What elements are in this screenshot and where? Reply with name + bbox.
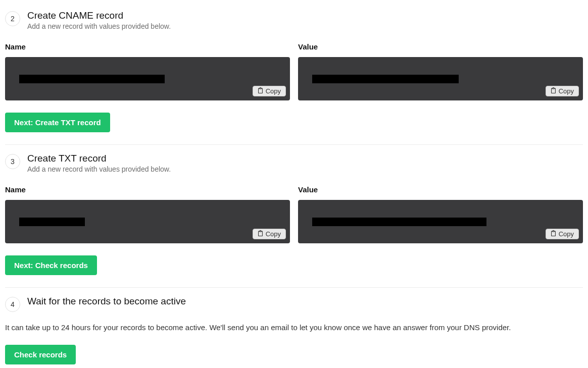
next-check-records-button[interactable]: Next: Check records xyxy=(5,255,97,275)
step-3-header: 3 Create TXT record Add a new record wit… xyxy=(5,153,583,173)
step-4-header: 4 Wait for the records to become active xyxy=(5,296,583,312)
step-2-value-copy-button[interactable]: Copy xyxy=(546,86,579,96)
copy-button-label: Copy xyxy=(559,230,574,238)
divider xyxy=(5,287,583,288)
step-2-number-badge: 2 xyxy=(5,11,20,26)
step-2-value-value-block: Copy xyxy=(298,57,583,100)
divider xyxy=(5,144,583,145)
step-2-header: 2 Create CNAME record Add a new record w… xyxy=(5,10,583,30)
step-2-name-copy-button[interactable]: Copy xyxy=(253,86,286,96)
step-3-number-badge: 3 xyxy=(5,154,20,169)
copy-button-label: Copy xyxy=(266,87,281,95)
copy-button-label: Copy xyxy=(559,87,574,95)
step-3-value-copy-button[interactable]: Copy xyxy=(546,229,579,239)
step-3-value-value-redacted xyxy=(312,218,486,226)
step-3-name-value-block: Copy xyxy=(5,200,290,243)
next-create-txt-record-button[interactable]: Next: Create TXT record xyxy=(5,113,110,132)
copy-button-label: Copy xyxy=(266,230,281,238)
step-3-value-value-block: Copy xyxy=(298,200,583,243)
step-2-name-label: Name xyxy=(5,42,290,51)
step-2-value-label: Value xyxy=(298,42,583,51)
step-4-body-text: It can take up to 24 hours for your reco… xyxy=(5,322,583,333)
step-4-title: Wait for the records to become active xyxy=(27,296,186,307)
clipboard-icon xyxy=(258,230,263,238)
step-3-title: Create TXT record xyxy=(27,153,171,164)
clipboard-icon xyxy=(258,87,263,95)
step-2-name-value-block: Copy xyxy=(5,57,290,100)
check-records-button[interactable]: Check records xyxy=(5,345,76,364)
step-3-subtitle: Add a new record with values provided be… xyxy=(27,165,171,173)
step-3-value-label: Value xyxy=(298,185,583,194)
clipboard-icon xyxy=(551,87,556,95)
step-2-subtitle: Add a new record with values provided be… xyxy=(27,22,171,30)
step-4-number-badge: 4 xyxy=(5,297,20,312)
step-2-title: Create CNAME record xyxy=(27,10,171,21)
step-2-value-value-redacted xyxy=(312,75,459,83)
step-2-name-value-redacted xyxy=(19,75,165,83)
step-3-name-label: Name xyxy=(5,185,290,194)
clipboard-icon xyxy=(551,230,556,238)
step-3-name-value-redacted xyxy=(19,218,85,226)
step-3-name-copy-button[interactable]: Copy xyxy=(253,229,286,239)
